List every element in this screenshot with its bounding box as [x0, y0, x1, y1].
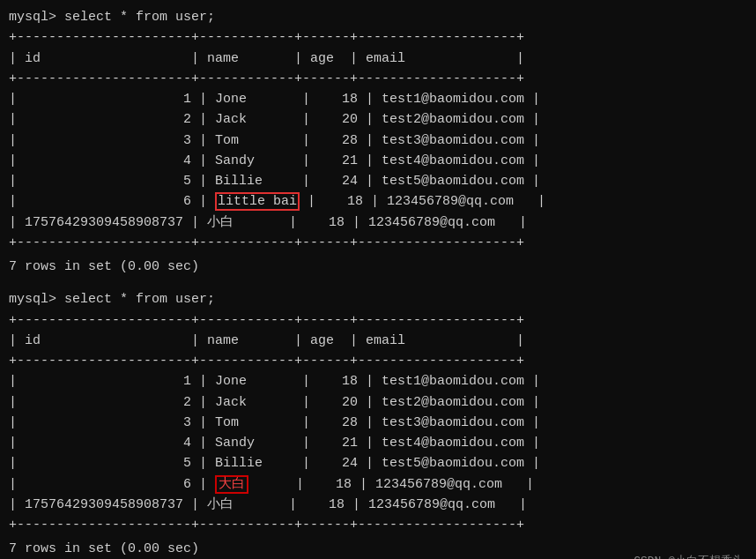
table-row: | 4 | Sandy | 21 | test4@baomidou.com |	[9, 151, 747, 171]
highlighted-name-2: 大白	[215, 475, 248, 494]
table-row: | 3 | Tom | 28 | test3@baomidou.com |	[9, 413, 747, 433]
watermark: CSDN @小白不想秃头	[634, 553, 744, 560]
sep-top-1: +----------------------+------------+---…	[9, 27, 747, 48]
header-1: | id | name | age | email |	[9, 48, 747, 69]
sep-bottom-1: +----------------------+------------+---…	[9, 233, 747, 253]
table-row: | 1 | Jone | 18 | test1@baomidou.com |	[9, 89, 747, 109]
table-row: | 2 | Jack | 20 | test2@baomidou.com |	[9, 109, 747, 130]
terminal-block-2: mysql> select * from user; +------------…	[9, 289, 747, 559]
table-row: | 3 | Tom | 28 | test3@baomidou.com |	[9, 130, 747, 151]
table-row: | 4 | Sandy | 21 | test4@baomidou.com |	[9, 433, 747, 453]
table-row: | 17576429309458908737 | 小白 | 18 | 12345…	[9, 495, 747, 515]
command-1: mysql> select * from user;	[9, 7, 747, 27]
highlighted-name-1: little bai	[215, 192, 300, 211]
table-row-highlighted-2: | 6 | 大白 | 18 | 123456789@qq.com |	[9, 474, 747, 495]
sep-mid-1: +----------------------+------------+---…	[9, 69, 747, 89]
table-row: | 1 | Jone | 18 | test1@baomidou.com |	[9, 371, 747, 391]
table-row-highlighted: | 6 | little bai | 18 | 123456789@qq.com…	[9, 191, 747, 212]
command-2: mysql> select * from user;	[9, 289, 747, 309]
sep-mid-2: +----------------------+------------+---…	[9, 351, 747, 371]
sep-top-2: +----------------------+------------+---…	[9, 310, 747, 331]
header-2: | id | name | age | email |	[9, 331, 747, 351]
table-row: | 5 | Billie | 24 | test5@baomidou.com |	[9, 171, 747, 191]
table-row: | 2 | Jack | 20 | test2@baomidou.com |	[9, 392, 747, 413]
table-row: | 17576429309458908737 | 小白 | 18 | 12345…	[9, 212, 747, 233]
table-2: mysql> select * from user; +------------…	[9, 289, 747, 559]
sep-bottom-2: +----------------------+------------+---…	[9, 515, 747, 535]
result-1: 7 rows in set (0.00 sec)	[9, 257, 747, 277]
table-row: | 5 | Billie | 24 | test5@baomidou.com |	[9, 453, 747, 473]
terminal-block-1: mysql> select * from user; +------------…	[9, 7, 747, 277]
table-1: mysql> select * from user; +------------…	[9, 7, 747, 277]
